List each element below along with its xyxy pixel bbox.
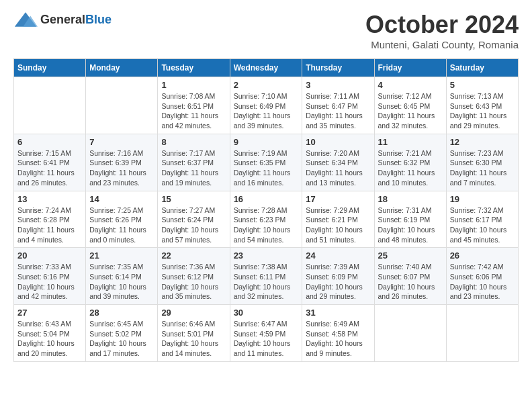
- logo: GeneralBlue: [13, 11, 112, 28]
- logo-blue: Blue: [85, 13, 112, 26]
- calendar-week-row: 20Sunrise: 7:33 AM Sunset: 6:16 PM Dayli…: [14, 248, 519, 305]
- column-header-saturday: Saturday: [446, 59, 518, 77]
- calendar-cell: 16Sunrise: 7:28 AM Sunset: 6:23 PM Dayli…: [230, 191, 302, 248]
- day-info: Sunrise: 7:39 AM Sunset: 6:09 PM Dayligh…: [306, 262, 370, 302]
- day-info: Sunrise: 7:13 AM Sunset: 6:43 PM Dayligh…: [450, 91, 515, 131]
- calendar-cell: 11Sunrise: 7:21 AM Sunset: 6:32 PM Dayli…: [374, 134, 446, 191]
- calendar-cell: 5Sunrise: 7:13 AM Sunset: 6:43 PM Daylig…: [446, 77, 518, 134]
- calendar-cell: 18Sunrise: 7:31 AM Sunset: 6:19 PM Dayli…: [374, 191, 446, 248]
- page-header: GeneralBlue October 2024 Munteni, Galati…: [13, 11, 519, 50]
- day-info: Sunrise: 7:20 AM Sunset: 6:34 PM Dayligh…: [306, 148, 370, 188]
- day-info: Sunrise: 7:36 AM Sunset: 6:12 PM Dayligh…: [161, 262, 226, 302]
- day-info: Sunrise: 6:47 AM Sunset: 4:59 PM Dayligh…: [234, 319, 299, 359]
- calendar-cell: 13Sunrise: 7:24 AM Sunset: 6:28 PM Dayli…: [14, 191, 86, 248]
- day-info: Sunrise: 6:45 AM Sunset: 5:02 PM Dayligh…: [89, 319, 154, 359]
- calendar-cell: 29Sunrise: 6:46 AM Sunset: 5:01 PM Dayli…: [158, 305, 230, 362]
- day-number: 24: [306, 250, 370, 261]
- day-number: 20: [17, 250, 82, 261]
- calendar-cell: [374, 305, 446, 362]
- day-info: Sunrise: 7:31 AM Sunset: 6:19 PM Dayligh…: [378, 205, 443, 245]
- calendar-cell: 1Sunrise: 7:08 AM Sunset: 6:51 PM Daylig…: [158, 77, 230, 134]
- title-area: October 2024 Munteni, Galati County, Rom…: [365, 11, 519, 50]
- day-info: Sunrise: 6:43 AM Sunset: 5:04 PM Dayligh…: [17, 319, 82, 359]
- calendar-cell: 31Sunrise: 6:49 AM Sunset: 4:58 PM Dayli…: [302, 305, 374, 362]
- day-number: 19: [450, 194, 515, 204]
- day-info: Sunrise: 7:08 AM Sunset: 6:51 PM Dayligh…: [161, 91, 226, 131]
- column-header-friday: Friday: [374, 59, 446, 77]
- day-info: Sunrise: 7:25 AM Sunset: 6:26 PM Dayligh…: [89, 205, 154, 245]
- day-info: Sunrise: 7:23 AM Sunset: 6:30 PM Dayligh…: [450, 148, 515, 188]
- day-info: Sunrise: 7:38 AM Sunset: 6:11 PM Dayligh…: [234, 262, 299, 302]
- day-number: 17: [306, 194, 370, 204]
- calendar-cell: 15Sunrise: 7:27 AM Sunset: 6:24 PM Dayli…: [158, 191, 230, 248]
- day-number: 23: [234, 250, 299, 261]
- day-info: Sunrise: 7:29 AM Sunset: 6:21 PM Dayligh…: [306, 205, 370, 245]
- calendar-cell: 10Sunrise: 7:20 AM Sunset: 6:34 PM Dayli…: [302, 134, 374, 191]
- calendar-cell: 27Sunrise: 6:43 AM Sunset: 5:04 PM Dayli…: [14, 305, 86, 362]
- day-info: Sunrise: 6:46 AM Sunset: 5:01 PM Dayligh…: [161, 319, 226, 359]
- calendar-cell: 22Sunrise: 7:36 AM Sunset: 6:12 PM Dayli…: [158, 248, 230, 305]
- day-info: Sunrise: 7:19 AM Sunset: 6:35 PM Dayligh…: [234, 148, 299, 188]
- calendar-cell: 19Sunrise: 7:32 AM Sunset: 6:17 PM Dayli…: [446, 191, 518, 248]
- calendar-cell: 4Sunrise: 7:12 AM Sunset: 6:45 PM Daylig…: [374, 77, 446, 134]
- day-number: 1: [161, 80, 226, 90]
- calendar-week-row: 6Sunrise: 7:15 AM Sunset: 6:41 PM Daylig…: [14, 134, 519, 191]
- calendar-cell: [446, 305, 518, 362]
- calendar-cell: 2Sunrise: 7:10 AM Sunset: 6:49 PM Daylig…: [230, 77, 302, 134]
- day-info: Sunrise: 7:11 AM Sunset: 6:47 PM Dayligh…: [306, 91, 370, 131]
- calendar-cell: [14, 77, 86, 134]
- day-number: 4: [378, 80, 443, 90]
- month-title: October 2024: [365, 11, 519, 39]
- day-number: 31: [306, 308, 370, 318]
- calendar-cell: 21Sunrise: 7:35 AM Sunset: 6:14 PM Dayli…: [86, 248, 158, 305]
- calendar-cell: 26Sunrise: 7:42 AM Sunset: 6:06 PM Dayli…: [446, 248, 518, 305]
- day-info: Sunrise: 7:28 AM Sunset: 6:23 PM Dayligh…: [234, 205, 299, 245]
- calendar-cell: 24Sunrise: 7:39 AM Sunset: 6:09 PM Dayli…: [302, 248, 374, 305]
- day-number: 10: [306, 137, 370, 147]
- day-info: Sunrise: 7:42 AM Sunset: 6:06 PM Dayligh…: [450, 262, 515, 302]
- day-info: Sunrise: 7:35 AM Sunset: 6:14 PM Dayligh…: [89, 262, 154, 302]
- day-info: Sunrise: 7:40 AM Sunset: 6:07 PM Dayligh…: [378, 262, 443, 302]
- day-number: 21: [89, 250, 154, 261]
- day-number: 25: [378, 250, 443, 261]
- calendar-cell: 28Sunrise: 6:45 AM Sunset: 5:02 PM Dayli…: [86, 305, 158, 362]
- calendar-cell: 14Sunrise: 7:25 AM Sunset: 6:26 PM Dayli…: [86, 191, 158, 248]
- calendar-cell: [86, 77, 158, 134]
- column-header-sunday: Sunday: [14, 59, 86, 77]
- calendar-cell: 12Sunrise: 7:23 AM Sunset: 6:30 PM Dayli…: [446, 134, 518, 191]
- column-header-monday: Monday: [86, 59, 158, 77]
- calendar-cell: 3Sunrise: 7:11 AM Sunset: 6:47 PM Daylig…: [302, 77, 374, 134]
- day-number: 2: [234, 80, 299, 90]
- calendar-week-row: 27Sunrise: 6:43 AM Sunset: 5:04 PM Dayli…: [14, 305, 519, 362]
- day-number: 15: [161, 194, 226, 204]
- logo-general: General: [40, 13, 85, 26]
- day-number: 26: [450, 250, 515, 261]
- day-number: 3: [306, 80, 370, 90]
- day-number: 9: [234, 137, 299, 147]
- day-info: Sunrise: 7:27 AM Sunset: 6:24 PM Dayligh…: [161, 205, 226, 245]
- day-info: Sunrise: 7:16 AM Sunset: 6:39 PM Dayligh…: [89, 148, 154, 188]
- logo-icon: [13, 11, 38, 28]
- calendar-cell: 25Sunrise: 7:40 AM Sunset: 6:07 PM Dayli…: [374, 248, 446, 305]
- day-info: Sunrise: 6:49 AM Sunset: 4:58 PM Dayligh…: [306, 319, 370, 359]
- calendar-cell: 20Sunrise: 7:33 AM Sunset: 6:16 PM Dayli…: [14, 248, 86, 305]
- calendar-week-row: 13Sunrise: 7:24 AM Sunset: 6:28 PM Dayli…: [14, 191, 519, 248]
- day-number: 27: [17, 308, 82, 318]
- day-number: 28: [89, 308, 154, 318]
- day-number: 6: [17, 137, 82, 147]
- day-number: 16: [234, 194, 299, 204]
- column-header-thursday: Thursday: [302, 59, 374, 77]
- calendar-cell: 7Sunrise: 7:16 AM Sunset: 6:39 PM Daylig…: [86, 134, 158, 191]
- day-number: 5: [450, 80, 515, 90]
- calendar-table: SundayMondayTuesdayWednesdayThursdayFrid…: [13, 58, 519, 362]
- day-info: Sunrise: 7:15 AM Sunset: 6:41 PM Dayligh…: [17, 148, 82, 188]
- day-info: Sunrise: 7:21 AM Sunset: 6:32 PM Dayligh…: [378, 148, 443, 188]
- day-info: Sunrise: 7:32 AM Sunset: 6:17 PM Dayligh…: [450, 205, 515, 245]
- day-number: 29: [161, 308, 226, 318]
- calendar-week-row: 1Sunrise: 7:08 AM Sunset: 6:51 PM Daylig…: [14, 77, 519, 134]
- day-info: Sunrise: 7:12 AM Sunset: 6:45 PM Dayligh…: [378, 91, 443, 131]
- calendar-cell: 8Sunrise: 7:17 AM Sunset: 6:37 PM Daylig…: [158, 134, 230, 191]
- day-info: Sunrise: 7:17 AM Sunset: 6:37 PM Dayligh…: [161, 148, 226, 188]
- location-title: Munteni, Galati County, Romania: [365, 39, 519, 50]
- day-number: 18: [378, 194, 443, 204]
